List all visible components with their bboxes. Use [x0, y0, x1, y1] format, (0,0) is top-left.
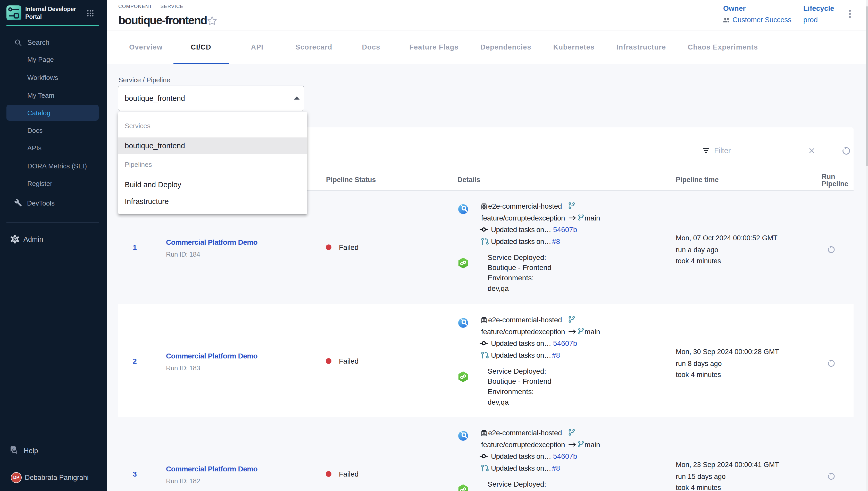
svg-text:?: ? — [11, 447, 14, 451]
